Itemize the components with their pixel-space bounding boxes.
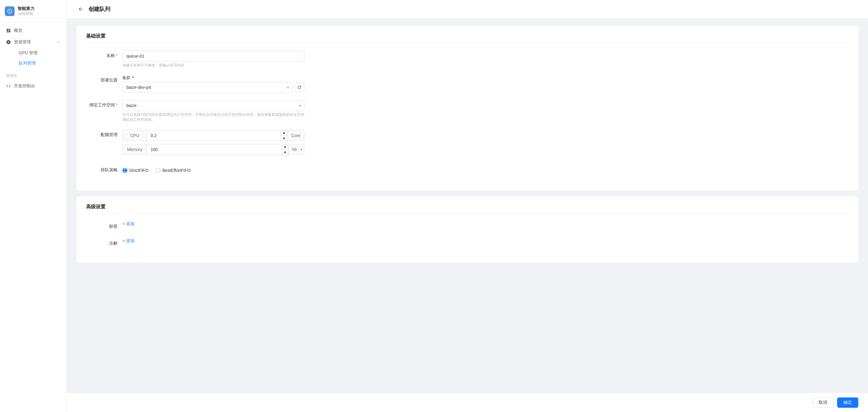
radio-strict-fifo-label: StrictFIFO bbox=[129, 168, 149, 173]
quota-row: 配额管理 CPU ▲ ▼ Core Memory bbox=[86, 130, 848, 158]
app-subtitle: (运维管理) bbox=[18, 11, 35, 16]
cpu-unit: Core bbox=[287, 130, 304, 141]
tags-row: 标签 + 添加 bbox=[86, 221, 848, 231]
annotations-row: 注解 + 添加 bbox=[86, 238, 848, 248]
memory-input[interactable] bbox=[147, 144, 282, 155]
workspace-hint: 仅可以选择与队列所在集群绑定的工作空间；不绑定会导致无法在开发控制台使用；请先将… bbox=[122, 112, 304, 122]
deploy-location-content: 集群 * baize-dev-p4 ▾ bbox=[122, 75, 304, 93]
radio-best-effort-circle bbox=[156, 168, 161, 173]
radio-best-effort-fifo[interactable]: BestEffortFIFO bbox=[156, 168, 191, 173]
radio-group-strategy: StrictFIFO BestEffortFIFO bbox=[122, 165, 304, 176]
queue-strategy-label: 排队策略 bbox=[86, 165, 122, 175]
page-header: 创建队列 bbox=[67, 0, 868, 19]
advanced-settings-title: 高级设置 bbox=[86, 204, 848, 214]
nav-sub-resource: GPU 管理 队列管理 bbox=[0, 48, 66, 68]
radio-best-effort-label: BestEffortFIFO bbox=[162, 168, 191, 173]
add-tag-button[interactable]: + 添加 bbox=[122, 221, 304, 227]
nav-group-resource: 资源管理 GPU 管理 队列管理 bbox=[0, 36, 66, 68]
cluster-select-wrapper: baize-dev-p4 ▾ bbox=[122, 82, 292, 93]
sidebar-header: 智能算力 (运维管理) bbox=[0, 0, 66, 23]
tags-content: + 添加 bbox=[122, 221, 304, 227]
workspace-select-wrapper: baize ▾ bbox=[122, 100, 304, 111]
cpu-quota-row: CPU ▲ ▼ Core bbox=[122, 130, 304, 141]
cluster-select[interactable]: baize-dev-p4 bbox=[122, 82, 292, 93]
memory-quota-row: Memory ▲ ▼ Mi Gi Ti ▾ bbox=[122, 144, 304, 155]
cancel-button[interactable]: 取消 bbox=[812, 398, 833, 408]
app-title: 智能算力 bbox=[18, 6, 35, 11]
chevron-up-icon bbox=[57, 40, 60, 44]
tags-label: 标签 bbox=[86, 221, 122, 231]
sidebar-item-overview[interactable]: 概览 bbox=[0, 25, 66, 36]
memory-label: Memory bbox=[122, 144, 147, 155]
sidebar: 智能算力 (运维管理) 概览 资源管理 GPU 管理 队列管理 管理员 bbox=[0, 0, 67, 412]
name-content: 创建后名称不可修改，请确认填写内容 bbox=[122, 51, 304, 68]
queue-strategy-content: StrictFIFO BestEffortFIFO bbox=[122, 165, 304, 176]
basic-settings-title: 基础设置 bbox=[86, 33, 848, 43]
confirm-button[interactable]: 确定 bbox=[837, 398, 858, 408]
sidebar-nav: 概览 资源管理 GPU 管理 队列管理 管理员 开发控制台 bbox=[0, 23, 66, 412]
sidebar-item-resource-management[interactable]: 资源管理 bbox=[0, 36, 66, 48]
deploy-location-label: 部署位置 bbox=[86, 75, 122, 85]
page-title: 创建队列 bbox=[89, 5, 110, 13]
bind-workspace-label: 绑定工作空间* bbox=[86, 100, 122, 110]
content-area: 基础设置 名称* 创建后名称不可修改，请确认填写内容 部署位置 集群 * bbox=[67, 19, 868, 393]
radio-strict-fifo[interactable]: StrictFIFO bbox=[122, 168, 149, 173]
workspace-select[interactable]: baize bbox=[122, 100, 304, 111]
dev-console-label: 开发控制台 bbox=[14, 83, 35, 89]
name-hint: 创建后名称不可修改，请确认填写内容 bbox=[122, 63, 304, 68]
advanced-settings-section: 高级设置 标签 + 添加 注解 + 添加 bbox=[76, 197, 858, 263]
cpu-spinner: ▲ ▼ bbox=[281, 130, 287, 141]
cpu-input[interactable] bbox=[147, 130, 281, 141]
bind-workspace-row: 绑定工作空间* baize ▾ 仅可以选择与队列所在集群绑定的工作空间；不绑定会… bbox=[86, 100, 848, 122]
radio-strict-fifo-circle bbox=[122, 168, 127, 173]
deploy-location-row: 部署位置 集群 * baize-dev-p4 ▾ bbox=[86, 75, 848, 93]
resource-management-label: 资源管理 bbox=[14, 39, 31, 45]
app-title-block: 智能算力 (运维管理) bbox=[18, 6, 35, 16]
sidebar-overview-label: 概览 bbox=[14, 28, 23, 33]
annotations-content: + 添加 bbox=[122, 238, 304, 244]
sidebar-section-admin: 管理员 bbox=[0, 68, 66, 80]
cluster-row: baize-dev-p4 ▾ bbox=[122, 82, 304, 93]
queue-strategy-row: 排队策略 StrictFIFO BestEffortFIFO bbox=[86, 165, 848, 176]
quota-label: 配额管理 bbox=[86, 130, 122, 140]
basic-settings-section: 基础设置 名称* 创建后名称不可修改，请确认填写内容 部署位置 集群 * bbox=[76, 26, 858, 190]
add-annotation-button[interactable]: + 添加 bbox=[122, 238, 304, 244]
back-button[interactable] bbox=[76, 5, 85, 13]
memory-decrement-button[interactable]: ▼ bbox=[282, 149, 288, 155]
memory-spinner: ▲ ▼ bbox=[282, 144, 288, 155]
name-label: 名称* bbox=[86, 51, 122, 60]
nav-group-left: 资源管理 bbox=[6, 39, 31, 45]
app-icon bbox=[5, 6, 14, 16]
memory-unit-select[interactable]: Mi Gi Ti bbox=[288, 144, 304, 155]
sidebar-item-queue-management[interactable]: 队列管理 bbox=[14, 58, 66, 68]
footer: 取消 确定 bbox=[67, 393, 868, 412]
sidebar-item-dev-console[interactable]: 开发控制台 bbox=[0, 80, 66, 92]
radio-strict-fifo-dot bbox=[123, 169, 125, 172]
annotations-label: 注解 bbox=[86, 238, 122, 248]
memory-unit-wrapper: Mi Gi Ti ▾ bbox=[288, 144, 304, 155]
memory-increment-button[interactable]: ▲ bbox=[282, 144, 288, 149]
sidebar-item-gpu-management[interactable]: GPU 管理 bbox=[14, 48, 66, 58]
cpu-increment-button[interactable]: ▲ bbox=[281, 130, 287, 136]
name-row: 名称* 创建后名称不可修改，请确认填写内容 bbox=[86, 51, 848, 68]
bind-workspace-content: baize ▾ 仅可以选择与队列所在集群绑定的工作空间；不绑定会导致无法在开发控… bbox=[122, 100, 304, 122]
quota-content: CPU ▲ ▼ Core Memory ▲ bbox=[122, 130, 304, 158]
cpu-label: CPU bbox=[122, 130, 147, 141]
cluster-sub-label: 集群 bbox=[122, 75, 130, 81]
refresh-button[interactable] bbox=[294, 83, 304, 92]
cpu-decrement-button[interactable]: ▼ bbox=[281, 136, 287, 141]
name-input[interactable] bbox=[122, 51, 304, 62]
main-area: 创建队列 基础设置 名称* 创建后名称不可修改，请确认填写内容 部署位置 bbox=[67, 0, 868, 412]
